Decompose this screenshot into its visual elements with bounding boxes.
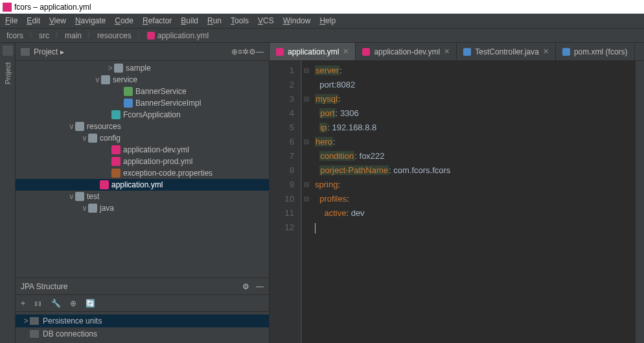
code-line[interactable]: condition: fox222 [315, 149, 635, 163]
tree-item[interactable]: exception-code.properties [16, 167, 269, 179]
tree-item-label: BannerServiceImpl [135, 99, 201, 108]
code-content[interactable]: server: port:8082mysql: port: 3306 ip: 1… [311, 61, 635, 343]
tree-item[interactable]: ∨test [16, 191, 269, 202]
tree-item-label: config [100, 134, 121, 143]
close-icon[interactable]: ✕ [444, 47, 450, 56]
class-icon [124, 99, 133, 108]
jpa-tool[interactable]: + [21, 299, 25, 308]
fold-icon[interactable]: ⊟ [302, 135, 311, 149]
tree-item[interactable]: application-dev.yml [16, 144, 269, 156]
code-line[interactable]: ip: 192.168.8.8 [315, 121, 635, 135]
jpa-tool[interactable]: 🔧 [51, 299, 61, 308]
editor-tab[interactable]: application-dev.yml✕ [356, 43, 457, 60]
jpa-toolbar: +⫾⫾🔧⊕🔄 [16, 295, 269, 312]
menu-code[interactable]: Code [115, 16, 133, 25]
code-line[interactable]: server: [315, 64, 635, 78]
chevron-icon[interactable]: > [106, 64, 114, 73]
chevron-icon[interactable]: ∨ [93, 75, 101, 84]
editor-tab[interactable]: pom.xml (fcors) [556, 43, 635, 60]
fold-icon [302, 220, 311, 235]
jpa-tool[interactable]: ⫾⫾ [34, 299, 42, 308]
close-icon[interactable]: ✕ [543, 47, 549, 56]
code-line[interactable]: port:8082 [315, 78, 635, 92]
jpa-tool[interactable]: ⊕ [70, 299, 76, 308]
menu-tools[interactable]: Tools [231, 16, 249, 25]
menu-edit[interactable]: Edit [27, 16, 40, 25]
jpa-tool[interactable]: 🔄 [86, 299, 95, 308]
tree-item[interactable]: ∨java [16, 202, 269, 214]
menu-file[interactable]: File [5, 16, 17, 25]
project-tool-icon[interactable] [3, 45, 13, 56]
menu-window[interactable]: Window [283, 16, 311, 25]
code-line[interactable]: porject-PathName: com.fcors.fcors [315, 163, 635, 178]
gear-icon[interactable]: ⚙ [242, 282, 249, 291]
db-icon [30, 317, 39, 325]
jpa-row[interactable]: >Persistence units [16, 314, 269, 327]
tree-item[interactable]: BannerServiceImpl [16, 97, 269, 109]
menu-help[interactable]: Help [319, 16, 336, 25]
menu-build[interactable]: Build [181, 16, 198, 25]
close-icon[interactable]: ✕ [343, 47, 349, 56]
project-panel-title[interactable]: Project ▸ [34, 47, 231, 56]
menu-navigate[interactable]: Navigate [75, 16, 106, 25]
breadcrumb-item[interactable]: resources [97, 31, 132, 40]
code-line[interactable]: hero: [315, 135, 635, 149]
chevron-icon[interactable]: ∨ [67, 192, 75, 201]
jpa-row[interactable]: DB connections [16, 327, 269, 340]
code-line[interactable]: profiles: [315, 192, 635, 206]
app-icon [3, 3, 12, 12]
tree-item[interactable]: application.yml [16, 179, 269, 191]
tree-item[interactable]: ∨service [16, 74, 269, 86]
breadcrumb-item[interactable]: src [39, 31, 49, 40]
code-line[interactable]: port: 3306 [315, 106, 635, 121]
yml-icon [111, 157, 121, 166]
minimize-icon[interactable]: — [256, 282, 264, 291]
code-line[interactable]: active: dev [315, 206, 635, 220]
project-tool-label[interactable]: Project [4, 62, 12, 84]
code-line[interactable]: mysql: [315, 92, 635, 106]
editor-tab[interactable]: application.yml✕ [270, 43, 356, 60]
tree-item-label: service [113, 75, 137, 84]
jpa-header: JPA Structure ⚙ — [16, 278, 269, 295]
tree-item[interactable]: application-prod.yml [16, 156, 269, 167]
fold-icon[interactable]: ⊟ [302, 192, 311, 206]
breadcrumb-item[interactable]: fcors [6, 31, 23, 40]
fold-icon[interactable]: ⊟ [302, 92, 311, 106]
chevron-icon[interactable]: ∨ [67, 122, 75, 131]
project-header-tool[interactable]: ⊕ [231, 47, 238, 56]
breadcrumb-item[interactable]: application.yml [157, 31, 209, 40]
project-tree[interactable]: >sample∨serviceBannerServiceBannerServic… [16, 61, 269, 278]
prop-icon [111, 169, 121, 178]
project-header-tool[interactable]: ⚙ [249, 47, 256, 56]
yml-icon [111, 145, 121, 154]
project-header-tool[interactable]: ≡ [238, 47, 242, 56]
project-header-tool[interactable]: — [256, 47, 264, 56]
tree-item-label: application.yml [111, 180, 163, 189]
chevron-icon[interactable]: ∨ [80, 204, 88, 213]
menu-view[interactable]: View [49, 16, 66, 25]
tree-item[interactable]: >sample [16, 62, 269, 74]
breadcrumb-item[interactable]: main [65, 31, 82, 40]
tree-item[interactable]: BannerService [16, 86, 269, 97]
editor-area: application.yml✕application-dev.yml✕Test… [270, 43, 644, 343]
editor-tab[interactable]: TestController.java✕ [457, 43, 556, 60]
menu-refactor[interactable]: Refactor [143, 16, 172, 25]
fold-icon [302, 106, 311, 121]
chevron-icon[interactable]: ∨ [80, 134, 88, 143]
jpa-title: JPA Structure [21, 282, 242, 291]
tree-item[interactable]: FcorsApplication [16, 109, 269, 121]
menu-run[interactable]: Run [207, 16, 222, 25]
tree-item[interactable]: ∨config [16, 132, 269, 144]
fold-icon[interactable]: ⊟ [302, 64, 311, 78]
tree-item[interactable]: ∨resources [16, 121, 269, 132]
editor-tabs: application.yml✕application-dev.yml✕Test… [270, 43, 644, 61]
code-line[interactable] [315, 220, 635, 235]
folder-icon [88, 134, 97, 143]
menu-vcs[interactable]: VCS [258, 16, 274, 25]
fold-icon[interactable]: ⊟ [302, 178, 311, 192]
editor-right-strip [635, 61, 644, 343]
project-header-tool[interactable]: ✲ [242, 47, 249, 56]
code-line[interactable]: spring: [315, 178, 635, 192]
chevron-icon[interactable]: > [22, 316, 30, 325]
code-area[interactable]: 123456789101112 ⊟⊟⊟⊟⊟ server: port:8082m… [270, 61, 644, 343]
